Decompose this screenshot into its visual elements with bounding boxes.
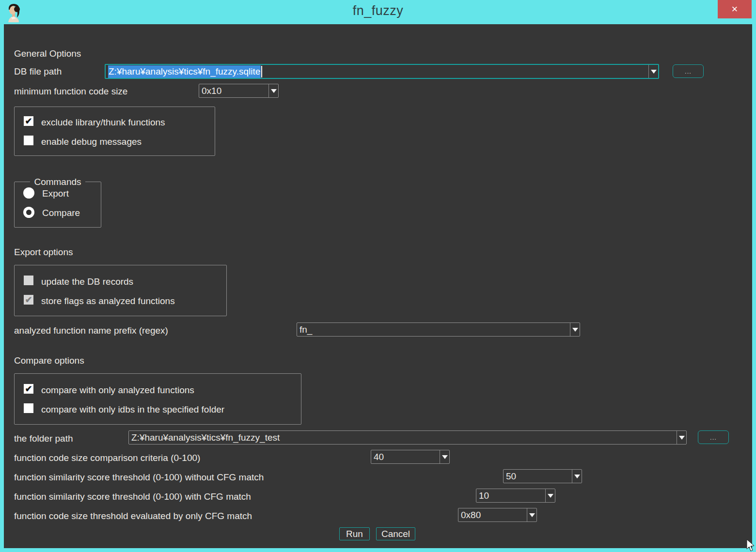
store-flags-label: store flags as analyzed functions: [41, 295, 175, 307]
export-radio-label: Export: [42, 188, 69, 199]
threshold-with-cfg-dropdown[interactable]: [545, 489, 555, 502]
chevron-down-icon: [651, 70, 657, 74]
min-code-size-combobox[interactable]: 0x10: [199, 84, 279, 98]
chevron-down-icon: [679, 436, 685, 440]
threshold-with-cfg-combobox[interactable]: 10: [476, 489, 555, 503]
size-threshold-cfg-combobox[interactable]: 0x80: [458, 508, 537, 522]
name-prefix-combobox[interactable]: fn_: [297, 322, 580, 337]
folder-path-browse-button[interactable]: ...: [698, 430, 729, 444]
export-checkbox-group: [14, 265, 227, 316]
size-threshold-cfg-dropdown[interactable]: [527, 508, 536, 521]
threshold-without-cfg-label: function similarity score threshold (0-1…: [14, 472, 264, 483]
chevron-down-icon: [548, 494, 553, 498]
compare-idbs-checkbox[interactable]: [24, 403, 33, 413]
export-options-heading: Export options: [14, 246, 73, 258]
commands-legend: Commands: [30, 176, 85, 187]
name-prefix-label: analyzed function name prefix (regex): [14, 325, 168, 336]
folder-path-combobox[interactable]: Z:¥haru¥analysis¥tics¥fn_fuzzy_test: [128, 430, 687, 445]
threshold-without-cfg-value: 50: [504, 470, 572, 483]
update-db-records-label: update the DB records: [41, 276, 133, 287]
compare-checkbox-group: [14, 373, 301, 425]
size-threshold-cfg-value: 0x80: [458, 508, 527, 521]
folder-path-dropdown[interactable]: [677, 431, 686, 444]
db-file-path-browse-button[interactable]: ...: [673, 64, 704, 78]
exclude-library-checkbox[interactable]: [24, 116, 33, 126]
fn-fuzzy-dialog: fn_fuzzy × General Options DB file path …: [0, 0, 756, 552]
export-radio[interactable]: [23, 187, 34, 199]
size-threshold-cfg-label: function code size threshold evaluated b…: [14, 510, 252, 521]
commands-group: Commands: [14, 176, 101, 228]
threshold-with-cfg-label: function similarity score threshold (0-1…: [14, 491, 251, 502]
compare-analyzed-checkbox[interactable]: [24, 384, 33, 394]
general-options-heading: General Options: [14, 48, 81, 59]
window-title: fn_fuzzy: [0, 3, 756, 18]
size-criteria-combobox[interactable]: 40: [371, 450, 450, 464]
update-db-records-checkbox: [24, 276, 33, 285]
compare-radio-label: Compare: [42, 207, 80, 218]
db-file-path-combobox[interactable]: Z:¥haru¥analysis¥tics¥fn_fuzzy.sqlite: [105, 64, 659, 79]
general-checkbox-group: [14, 107, 215, 156]
compare-idbs-label: compare with only idbs in the specified …: [41, 404, 224, 415]
min-code-size-dropdown[interactable]: [268, 84, 278, 97]
exclude-library-label: exclude library/thunk functions: [41, 117, 165, 128]
name-prefix-value: fn_: [297, 323, 570, 336]
compare-analyzed-label: compare with only analyzed functions: [41, 384, 194, 396]
name-prefix-dropdown[interactable]: [570, 323, 580, 336]
folder-path-value: Z:¥haru¥analysis¥tics¥fn_fuzzy_test: [129, 431, 677, 444]
close-button[interactable]: ×: [718, 0, 752, 18]
min-code-size-label: minimum function code size: [14, 86, 127, 97]
compare-radio[interactable]: [23, 207, 34, 218]
chevron-down-icon: [574, 475, 580, 478]
threshold-without-cfg-dropdown[interactable]: [572, 470, 582, 483]
chevron-down-icon: [271, 89, 277, 93]
close-icon: ×: [732, 3, 738, 15]
compare-options-heading: Compare options: [14, 355, 84, 366]
size-criteria-label: function code size comparison criteria (…: [14, 452, 200, 463]
min-code-size-value: 0x10: [199, 84, 268, 97]
folder-path-label: the folder path: [14, 433, 73, 444]
enable-debug-checkbox[interactable]: [24, 136, 33, 145]
db-file-path-dropdown[interactable]: [648, 65, 658, 78]
threshold-with-cfg-value: 10: [476, 489, 545, 502]
run-button[interactable]: Run: [339, 527, 370, 540]
text-caret: [261, 66, 262, 77]
chevron-down-icon: [572, 328, 578, 332]
threshold-without-cfg-combobox[interactable]: 50: [503, 469, 582, 483]
mouse-cursor: [746, 539, 756, 552]
store-flags-checkbox: [24, 295, 33, 305]
db-file-path-label: DB file path: [14, 66, 62, 77]
size-criteria-dropdown[interactable]: [440, 450, 449, 463]
size-criteria-value: 40: [371, 450, 440, 463]
chevron-down-icon: [529, 513, 535, 517]
db-file-path-value: Z:¥haru¥analysis¥tics¥fn_fuzzy.sqlite: [108, 65, 261, 78]
enable-debug-label: enable debug messages: [41, 136, 142, 147]
chevron-down-icon: [442, 455, 448, 459]
cancel-button[interactable]: Cancel: [376, 527, 415, 540]
